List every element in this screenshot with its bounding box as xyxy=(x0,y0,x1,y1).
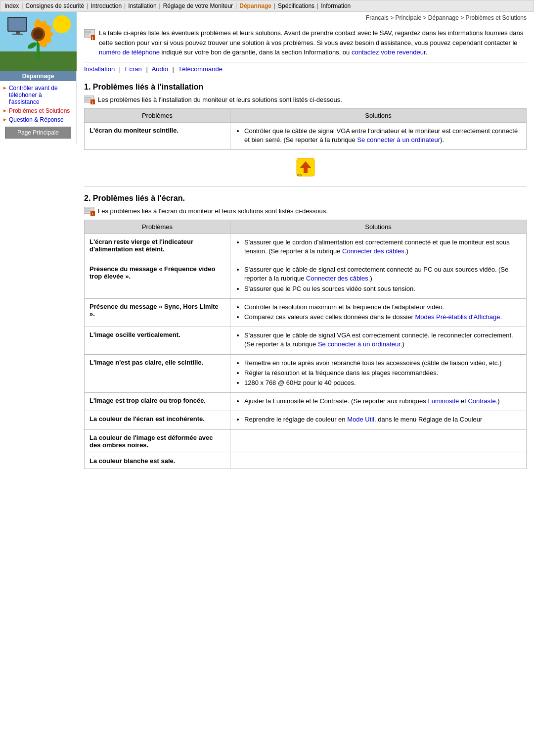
svg-text:op: op xyxy=(297,173,302,177)
section1-intro: ! Les problèmes liés à l'installation du… xyxy=(84,95,527,104)
sidebar-link-controler[interactable]: Contrôler avant de téléphoner à l'assist… xyxy=(9,85,74,105)
nav-sep-1: | xyxy=(21,2,23,9)
sidebar-link-problemes[interactable]: Problèmes et Solutions xyxy=(9,107,70,114)
nav-installation[interactable]: Installation xyxy=(128,2,156,9)
problem-cell-ecran-2: Présence du message « Fréquence video tr… xyxy=(85,261,230,299)
solution-cell-ecran-4: S'assurer que le câble de signal VGA est… xyxy=(230,327,527,354)
content-area: Français > Principale > Dépannage > Prob… xyxy=(77,12,534,484)
nav-consignes[interactable]: Consignes de sécurité xyxy=(25,2,84,9)
table-row: La couleur blanche est sale. xyxy=(85,453,527,469)
table-row: L'image oscille verticalement. S'assurer… xyxy=(85,327,527,354)
sidebar-item-question[interactable]: ► Question & Réponse xyxy=(2,115,74,124)
section2-col-problems: Problèmes xyxy=(85,220,230,234)
problem-cell-ecran-1: L'écran reste vierge et l'indicateur d'a… xyxy=(85,234,230,261)
section2-intro-text: Les problèmes liés à l'écran du moniteur… xyxy=(98,207,328,215)
link-se-connecter-1[interactable]: Se connecter à un ordinateur xyxy=(357,136,440,143)
intro-text: La table ci-après liste les éventuels pr… xyxy=(99,28,527,57)
section2-intro: ! Les problèmes liés à l'écran du monite… xyxy=(84,207,527,216)
problem-cell-1: L'écran du moniteur scintille. xyxy=(85,122,230,149)
nav-information[interactable]: Information xyxy=(321,2,351,9)
svg-text:!: ! xyxy=(92,100,93,104)
solution-cell-ecran-8 xyxy=(230,429,527,453)
table-row: Présence du message « Fréquence video tr… xyxy=(85,261,527,299)
link-telephone[interactable]: numéro de téléphone xyxy=(99,48,160,56)
svg-text:!: ! xyxy=(92,211,93,216)
arrow-icon-3: ► xyxy=(2,117,7,122)
svg-rect-16 xyxy=(12,34,23,35)
breadcrumb: Français > Principale > Dépannage > Prob… xyxy=(84,12,527,24)
table-row: L'image n'est pas claire, elle scintille… xyxy=(85,354,527,393)
section1-table: Problèmes Solutions L'écran du moniteur … xyxy=(84,108,527,150)
solution-cell-ecran-5: Remettre en route après avoir rebranché … xyxy=(230,354,527,393)
main-layout: Dépannage ► Contrôler avant de téléphone… xyxy=(0,12,534,484)
table-row: Présence du message « Sync, Hors Limite … xyxy=(85,298,527,327)
table-row: L'image est trop claire ou trop foncée. … xyxy=(85,393,527,411)
nav-reglage[interactable]: Réglage de votre Moniteur xyxy=(163,2,233,9)
solution-cell-ecran-6: Ajuster la Luminosité et le Contraste. (… xyxy=(230,393,527,411)
subnav-ecran[interactable]: Ecran xyxy=(125,65,142,73)
top-button[interactable]: op xyxy=(296,157,315,177)
problem-cell-ecran-8: La couleur de l'image est déformée avec … xyxy=(85,429,230,453)
subnav-telecommande[interactable]: Télécommande xyxy=(178,65,222,73)
solution-cell-ecran-2: S'assurer que le câble de signal est cor… xyxy=(230,261,527,299)
nav-sep-5: | xyxy=(235,2,237,9)
link-revendeur[interactable]: contactez votre revendeur xyxy=(352,48,426,56)
section1-intro-text: Les problèmes liés à l'installation du m… xyxy=(98,96,342,103)
nav-sep-2: | xyxy=(87,2,88,9)
link-connecter-cables-s1[interactable]: Connecter des câbles xyxy=(342,247,404,255)
page-principale-button[interactable]: Page Principale xyxy=(5,127,71,139)
sidebar-item-controler[interactable]: ► Contrôler avant de téléphoner à l'assi… xyxy=(2,84,74,106)
solution-cell-ecran-1: S'assurer que le cordon d'alimentation e… xyxy=(230,234,527,261)
svg-rect-14 xyxy=(8,18,26,31)
section2-heading: 2. Problèmes liés à l'écran. xyxy=(84,194,527,203)
subnav-audio[interactable]: Audio xyxy=(152,65,168,73)
svg-rect-32 xyxy=(304,168,308,173)
svg-text:!: ! xyxy=(92,36,93,40)
problem-cell-ecran-6: L'image est trop claire ou trop foncée. xyxy=(85,393,230,411)
section1-col-problems: Problèmes xyxy=(85,108,230,122)
arrow-icon-2: ► xyxy=(2,108,7,113)
nav-introduction[interactable]: Introduction xyxy=(90,2,122,9)
top-button-container: op xyxy=(84,157,527,179)
problem-cell-ecran-7: La couleur de l'écran est incohérente. xyxy=(85,411,230,429)
svg-point-11 xyxy=(33,29,43,39)
link-mode-util-2[interactable]: Mode Util. xyxy=(347,416,376,423)
solution-cell-ecran-3: Contrôler la résolution maximum et la fr… xyxy=(230,298,527,327)
subnav-installation[interactable]: Installation xyxy=(84,65,115,73)
sidebar-item-problemes[interactable]: ► Problèmes et Solutions xyxy=(2,106,74,115)
sidebar-section-label: Dépannage xyxy=(0,71,76,81)
problem-cell-ecran-4: L'image oscille verticalement. xyxy=(85,327,230,354)
sidebar-image xyxy=(0,12,77,71)
link-contraste-2[interactable]: Contraste xyxy=(468,397,495,405)
section1-col-solutions: Solutions xyxy=(230,108,527,122)
nav-sep-4: | xyxy=(159,2,161,9)
info-icon: ! xyxy=(84,29,95,43)
nav-depannage[interactable]: Dépannage xyxy=(239,2,271,9)
sidebar-link-question[interactable]: Question & Réponse xyxy=(9,116,64,123)
top-navigation: Index | Consignes de sécurité | Introduc… xyxy=(0,0,534,12)
solution-cell-1: Contrôler que le câble de signal VGA ent… xyxy=(230,122,527,149)
arrow-icon-1: ► xyxy=(2,85,7,91)
link-connecter-cables-s2[interactable]: Connecter des câbles xyxy=(306,275,368,282)
nav-specifications[interactable]: Spécifications xyxy=(278,2,314,9)
problem-cell-ecran-5: L'image n'est pas claire, elle scintille… xyxy=(85,354,230,393)
sidebar-nav: ► Contrôler avant de téléphoner à l'assi… xyxy=(0,81,76,143)
problem-cell-ecran-9: La couleur blanche est sale. xyxy=(85,453,230,469)
table-row: La couleur de l'écran est incohérente. R… xyxy=(85,411,527,429)
table-row: L'écran reste vierge et l'indicateur d'a… xyxy=(85,234,527,261)
solution-cell-ecran-7: Reprendre le réglage de couleur en Mode … xyxy=(230,411,527,429)
table-row: La couleur de l'image est déformée avec … xyxy=(85,429,527,453)
sidebar: Dépannage ► Contrôler avant de téléphone… xyxy=(0,12,77,143)
nav-sep-7: | xyxy=(317,2,318,9)
sub-navigation: Installation | Ecran | Audio | Télécomma… xyxy=(84,62,527,75)
nav-index[interactable]: Index xyxy=(4,2,19,9)
link-luminosite-2[interactable]: Luminosité xyxy=(428,397,459,405)
section-divider xyxy=(84,186,527,187)
table-row: L'écran du moniteur scintille. Contrôler… xyxy=(85,122,527,149)
nav-sep-3: | xyxy=(124,2,126,9)
solution-cell-ecran-9 xyxy=(230,453,527,469)
link-se-connecter-3[interactable]: Se connecter à un ordinateur. xyxy=(318,340,402,348)
section2-col-solutions: Solutions xyxy=(230,220,527,234)
intro-box: ! La table ci-après liste les éventuels … xyxy=(84,28,527,57)
link-modes-pre-etablis-2[interactable]: Modes Pré-établis d'Affichage xyxy=(415,313,500,321)
